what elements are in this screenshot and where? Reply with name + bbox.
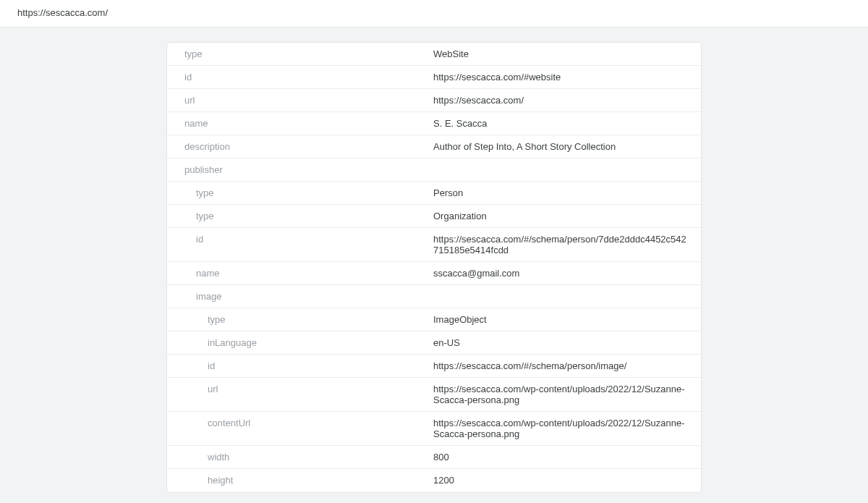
row-label: width	[167, 452, 433, 462]
table-row: name S. E. Scacca	[167, 112, 701, 135]
row-value: Person	[433, 187, 701, 198]
row-value: https://sescacca.com/#website	[433, 72, 701, 83]
table-row: id https://sescacca.com/#/schema/person/…	[167, 228, 701, 262]
header-bar: https://sescacca.com/	[0, 0, 868, 28]
row-label: contentUrl	[167, 418, 433, 428]
table-row: url https://sescacca.com/wp-content/uplo…	[167, 378, 701, 412]
row-label: id	[167, 234, 433, 245]
row-label: id	[167, 72, 433, 83]
table-row: publisher	[167, 158, 701, 182]
row-label: id	[167, 360, 433, 371]
row-label: url	[167, 384, 433, 394]
table-row: url https://sescacca.com/	[167, 89, 701, 112]
row-value: Organization	[433, 211, 701, 221]
table-row: height 1200	[167, 469, 701, 492]
row-value: sscacca@gmail.com	[433, 268, 701, 279]
table-row: type ImageObject	[167, 308, 701, 331]
row-value: https://sescacca.com/	[433, 95, 701, 106]
row-label: type	[167, 48, 433, 59]
content-outer: type WebSite id https://sescacca.com/#we…	[0, 28, 868, 493]
row-label: inLanguage	[167, 337, 433, 348]
row-label: type	[167, 187, 433, 198]
row-value: https://sescacca.com/wp-content/uploads/…	[433, 384, 701, 405]
row-value: Author of Step Into, A Short Story Colle…	[433, 141, 701, 152]
table-row: type WebSite	[167, 43, 701, 66]
row-value: https://sescacca.com/#/schema/person/7dd…	[433, 234, 701, 255]
row-label: type	[167, 211, 433, 221]
row-value: ImageObject	[433, 314, 701, 325]
table-row: description Author of Step Into, A Short…	[167, 135, 701, 158]
table-row: width 800	[167, 446, 701, 469]
row-label: description	[167, 141, 433, 152]
header-url: https://sescacca.com/	[17, 7, 108, 18]
row-value: S. E. Scacca	[433, 118, 701, 129]
row-value: https://sescacca.com/#/schema/person/ima…	[433, 360, 701, 371]
table-row: type Person	[167, 182, 701, 205]
table-row: id https://sescacca.com/#/schema/person/…	[167, 355, 701, 378]
row-value: https://sescacca.com/wp-content/uploads/…	[433, 418, 701, 439]
row-value: WebSite	[433, 48, 701, 59]
row-label: image	[167, 291, 433, 302]
row-value: en-US	[433, 337, 701, 348]
table-row: type Organization	[167, 205, 701, 228]
table-row: id https://sescacca.com/#website	[167, 66, 701, 89]
row-label: name	[167, 118, 433, 129]
table-row: inLanguage en-US	[167, 331, 701, 355]
table-row: image	[167, 285, 701, 308]
table-row: contentUrl https://sescacca.com/wp-conte…	[167, 412, 701, 446]
row-value: 800	[433, 452, 701, 462]
row-label: publisher	[167, 164, 433, 175]
row-label: url	[167, 95, 433, 106]
table-row: name sscacca@gmail.com	[167, 262, 701, 285]
row-label: name	[167, 268, 433, 279]
row-label: height	[167, 475, 433, 486]
row-label: type	[167, 314, 433, 325]
schema-panel: type WebSite id https://sescacca.com/#we…	[166, 42, 702, 493]
row-value: 1200	[433, 475, 701, 486]
